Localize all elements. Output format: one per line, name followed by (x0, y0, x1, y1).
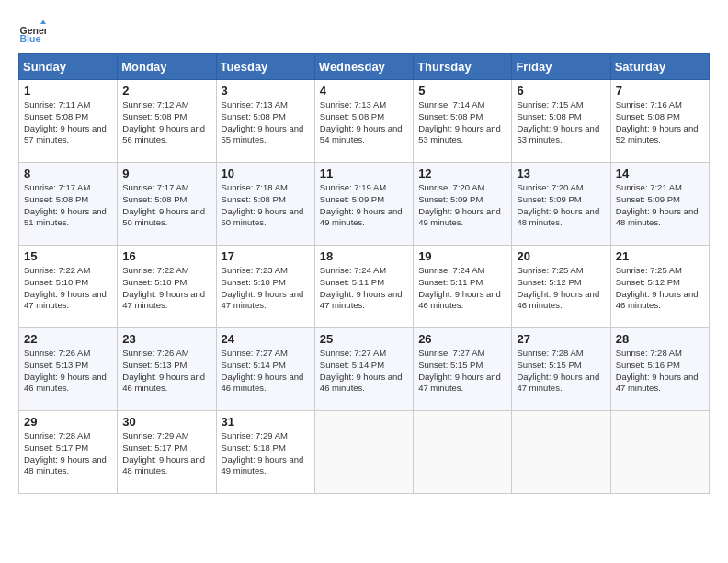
calendar-cell (314, 411, 413, 494)
calendar-cell: 1 Sunrise: 7:11 AMSunset: 5:08 PMDayligh… (19, 80, 118, 163)
weekday-header: Friday (512, 54, 610, 80)
weekday-header: Tuesday (216, 54, 314, 80)
calendar-cell: 14 Sunrise: 7:21 AMSunset: 5:09 PMDaylig… (610, 163, 709, 246)
day-number: 15 (24, 249, 112, 263)
day-number: 3 (222, 84, 310, 98)
day-info: Sunrise: 7:22 AMSunset: 5:10 PMDaylight:… (122, 265, 205, 310)
day-info: Sunrise: 7:15 AMSunset: 5:08 PMDaylight:… (517, 99, 599, 144)
day-info: Sunrise: 7:27 AMSunset: 5:15 PMDaylight:… (418, 348, 501, 393)
day-number: 31 (222, 415, 310, 429)
calendar-cell: 20 Sunrise: 7:25 AMSunset: 5:12 PMDaylig… (512, 246, 610, 328)
calendar-cell: 21 Sunrise: 7:25 AMSunset: 5:12 PMDaylig… (610, 246, 709, 328)
day-number: 14 (616, 167, 704, 180)
calendar-cell: 5 Sunrise: 7:14 AMSunset: 5:08 PMDayligh… (414, 80, 512, 163)
day-number: 13 (517, 167, 605, 180)
day-info: Sunrise: 7:28 AMSunset: 5:15 PMDaylight:… (517, 348, 599, 393)
calendar-week-row: 29 Sunrise: 7:28 AMSunset: 5:17 PMDaylig… (19, 411, 710, 494)
logo: General Blue (18, 18, 50, 46)
calendar-cell: 22 Sunrise: 7:26 AMSunset: 5:13 PMDaylig… (19, 328, 118, 411)
day-number: 9 (122, 167, 210, 180)
day-info: Sunrise: 7:14 AMSunset: 5:08 PMDaylight:… (418, 99, 501, 144)
weekday-header: Monday (118, 54, 216, 80)
calendar-cell: 8 Sunrise: 7:17 AMSunset: 5:08 PMDayligh… (19, 163, 118, 246)
day-info: Sunrise: 7:13 AMSunset: 5:08 PMDaylight:… (320, 99, 403, 144)
calendar-cell: 16 Sunrise: 7:22 AMSunset: 5:10 PMDaylig… (118, 246, 216, 328)
day-info: Sunrise: 7:29 AMSunset: 5:18 PMDaylight:… (222, 431, 304, 476)
calendar-table: SundayMondayTuesdayWednesdayThursdayFrid… (18, 53, 710, 494)
day-number: 8 (24, 167, 112, 180)
weekday-header: Saturday (610, 54, 709, 80)
day-info: Sunrise: 7:26 AMSunset: 5:13 PMDaylight:… (24, 348, 107, 393)
day-number: 22 (24, 332, 112, 346)
calendar-cell: 7 Sunrise: 7:16 AMSunset: 5:08 PMDayligh… (610, 80, 709, 163)
calendar-cell: 26 Sunrise: 7:27 AMSunset: 5:15 PMDaylig… (414, 328, 512, 411)
calendar-cell: 19 Sunrise: 7:24 AMSunset: 5:11 PMDaylig… (414, 246, 512, 328)
day-info: Sunrise: 7:17 AMSunset: 5:08 PMDaylight:… (122, 182, 205, 227)
calendar-week-row: 22 Sunrise: 7:26 AMSunset: 5:13 PMDaylig… (19, 328, 710, 411)
day-number: 7 (616, 84, 704, 98)
calendar-cell: 2 Sunrise: 7:12 AMSunset: 5:08 PMDayligh… (118, 80, 216, 163)
calendar-cell: 17 Sunrise: 7:23 AMSunset: 5:10 PMDaylig… (216, 246, 314, 328)
calendar-cell: 9 Sunrise: 7:17 AMSunset: 5:08 PMDayligh… (118, 163, 216, 246)
day-number: 24 (222, 332, 310, 346)
calendar-cell: 18 Sunrise: 7:24 AMSunset: 5:11 PMDaylig… (314, 246, 413, 328)
calendar-cell: 25 Sunrise: 7:27 AMSunset: 5:14 PMDaylig… (314, 328, 413, 411)
day-number: 6 (517, 84, 605, 98)
day-info: Sunrise: 7:24 AMSunset: 5:11 PMDaylight:… (418, 265, 501, 310)
day-number: 2 (122, 84, 210, 98)
day-info: Sunrise: 7:12 AMSunset: 5:08 PMDaylight:… (122, 99, 205, 144)
day-info: Sunrise: 7:20 AMSunset: 5:09 PMDaylight:… (517, 182, 599, 227)
logo-icon: General Blue (18, 18, 46, 46)
day-info: Sunrise: 7:22 AMSunset: 5:10 PMDaylight:… (24, 265, 107, 310)
day-info: Sunrise: 7:26 AMSunset: 5:13 PMDaylight:… (122, 348, 205, 393)
day-info: Sunrise: 7:25 AMSunset: 5:12 PMDaylight:… (517, 265, 599, 310)
calendar-cell (414, 411, 512, 494)
calendar-week-row: 1 Sunrise: 7:11 AMSunset: 5:08 PMDayligh… (19, 80, 710, 163)
day-info: Sunrise: 7:16 AMSunset: 5:08 PMDaylight:… (616, 99, 699, 144)
day-number: 12 (418, 167, 506, 180)
calendar-cell: 3 Sunrise: 7:13 AMSunset: 5:08 PMDayligh… (216, 80, 314, 163)
calendar-cell: 10 Sunrise: 7:18 AMSunset: 5:08 PMDaylig… (216, 163, 314, 246)
calendar-cell: 31 Sunrise: 7:29 AMSunset: 5:18 PMDaylig… (216, 411, 314, 494)
calendar-week-row: 8 Sunrise: 7:17 AMSunset: 5:08 PMDayligh… (19, 163, 710, 246)
calendar-week-row: 15 Sunrise: 7:22 AMSunset: 5:10 PMDaylig… (19, 246, 710, 328)
calendar-cell: 12 Sunrise: 7:20 AMSunset: 5:09 PMDaylig… (414, 163, 512, 246)
day-number: 16 (122, 249, 210, 263)
calendar-cell: 13 Sunrise: 7:20 AMSunset: 5:09 PMDaylig… (512, 163, 610, 246)
day-number: 19 (418, 249, 506, 263)
calendar-cell: 23 Sunrise: 7:26 AMSunset: 5:13 PMDaylig… (118, 328, 216, 411)
day-number: 1 (24, 84, 112, 98)
day-info: Sunrise: 7:17 AMSunset: 5:08 PMDaylight:… (24, 182, 107, 227)
day-number: 5 (418, 84, 506, 98)
day-info: Sunrise: 7:27 AMSunset: 5:14 PMDaylight:… (222, 348, 304, 393)
day-number: 17 (222, 249, 310, 263)
day-info: Sunrise: 7:29 AMSunset: 5:17 PMDaylight:… (122, 431, 205, 476)
calendar-cell: 15 Sunrise: 7:22 AMSunset: 5:10 PMDaylig… (19, 246, 118, 328)
day-number: 27 (517, 332, 605, 346)
day-number: 25 (320, 332, 408, 346)
calendar-cell (610, 411, 709, 494)
day-number: 29 (24, 415, 112, 429)
day-number: 4 (320, 84, 408, 98)
calendar-cell: 28 Sunrise: 7:28 AMSunset: 5:16 PMDaylig… (610, 328, 709, 411)
svg-marker-2 (40, 20, 46, 25)
day-info: Sunrise: 7:28 AMSunset: 5:17 PMDaylight:… (24, 431, 107, 476)
day-number: 10 (222, 167, 310, 180)
day-info: Sunrise: 7:19 AMSunset: 5:09 PMDaylight:… (320, 182, 403, 227)
calendar-body: 1 Sunrise: 7:11 AMSunset: 5:08 PMDayligh… (19, 80, 710, 494)
day-number: 30 (122, 415, 210, 429)
day-info: Sunrise: 7:27 AMSunset: 5:14 PMDaylight:… (320, 348, 403, 393)
weekday-header: Wednesday (314, 54, 413, 80)
day-number: 28 (616, 332, 704, 346)
calendar-cell: 27 Sunrise: 7:28 AMSunset: 5:15 PMDaylig… (512, 328, 610, 411)
day-info: Sunrise: 7:28 AMSunset: 5:16 PMDaylight:… (616, 348, 699, 393)
calendar-cell: 11 Sunrise: 7:19 AMSunset: 5:09 PMDaylig… (314, 163, 413, 246)
day-number: 23 (122, 332, 210, 346)
weekday-header: Thursday (414, 54, 512, 80)
day-info: Sunrise: 7:13 AMSunset: 5:08 PMDaylight:… (222, 99, 304, 144)
calendar-cell: 30 Sunrise: 7:29 AMSunset: 5:17 PMDaylig… (118, 411, 216, 494)
day-info: Sunrise: 7:18 AMSunset: 5:08 PMDaylight:… (222, 182, 304, 227)
calendar-cell: 29 Sunrise: 7:28 AMSunset: 5:17 PMDaylig… (19, 411, 118, 494)
page-header: General Blue (18, 18, 710, 46)
day-number: 26 (418, 332, 506, 346)
